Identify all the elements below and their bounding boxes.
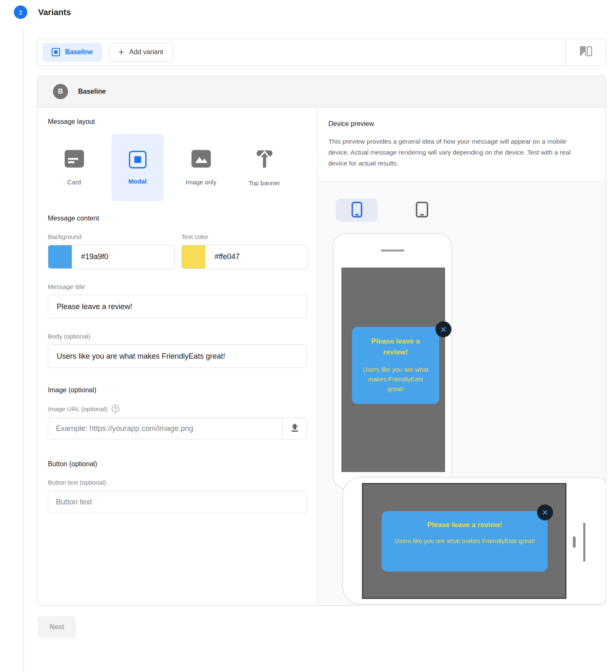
baseline-avatar: B [53, 84, 68, 99]
landscape-phone-preview: Please leave a review! Users like you ar… [342, 477, 606, 605]
portrait-phone-preview: Please leave a review! Users like you ar… [333, 233, 452, 489]
modal-layout-icon [129, 151, 147, 168]
layout-option-label: Top banner [249, 179, 280, 186]
top-banner-layout-icon [254, 149, 275, 170]
baseline-card-body: Message layout Card [37, 108, 606, 605]
layout-option-label: Modal [128, 178, 147, 185]
device-preview-header: Device preview This preview provides a g… [318, 108, 606, 182]
page-title: Variants [38, 8, 71, 17]
background-color-input[interactable] [72, 245, 174, 268]
card-layout-icon [65, 150, 84, 169]
preview-message-body: Users like you are what makes FriendlyEa… [359, 365, 432, 394]
compare-variants-button[interactable] [565, 39, 606, 65]
tab-baseline-label: Baseline [65, 48, 93, 56]
layout-option-label: Card [67, 178, 81, 186]
image-url-input[interactable] [48, 418, 282, 439]
image-section: Image (optional) Image URL (optional) ? [48, 386, 307, 439]
baseline-card-header: B Baseline [37, 76, 606, 108]
step-number-badge: 2 [14, 5, 27, 19]
preview-message-title: Please leave a review! [359, 336, 432, 358]
device-orientation-toggle [336, 199, 443, 222]
baseline-card-title: Baseline [78, 88, 106, 95]
phone-toggle-button[interactable] [336, 199, 378, 222]
image-url-label: Image URL (optional) [48, 405, 107, 412]
preview-message-body: Users like you are what makes FriendlyEa… [390, 536, 539, 546]
button-text-input[interactable] [48, 491, 307, 513]
step-connector-line [23, 29, 24, 672]
close-icon: ✕ [537, 504, 553, 520]
upload-image-button[interactable] [282, 418, 307, 439]
upload-icon [290, 423, 299, 434]
background-color-swatch[interactable] [48, 245, 72, 268]
tab-baseline[interactable]: Baseline [42, 43, 102, 62]
text-color-input[interactable] [205, 245, 308, 268]
compare-variants-icon [579, 45, 592, 59]
baseline-variant-icon [52, 48, 60, 56]
layout-option-image-only[interactable]: Image only [175, 134, 227, 201]
preview-message-title: Please leave a review! [390, 520, 539, 530]
preview-message-modal: Please leave a review! Users like you ar… [382, 511, 548, 572]
phone-side-button [583, 523, 585, 562]
variant-tabs: Baseline + Add variant [37, 43, 565, 62]
help-icon[interactable]: ? [112, 405, 119, 412]
text-color-label: Text color [181, 233, 308, 240]
message-title-label: Message title [48, 283, 307, 290]
add-variant-label: Add variant [129, 48, 163, 56]
baseline-variant-card: B Baseline Message layout [37, 76, 606, 606]
variants-step-page: 2 Variants Baseline + Add variant [0, 0, 616, 672]
background-color-field: Background [48, 233, 175, 269]
device-preview-pane: Device preview This preview provides a g… [317, 108, 606, 605]
phone-icon [351, 202, 362, 219]
preview-message-modal: Please leave a review! Users like you ar… [352, 327, 439, 404]
device-preview-description: This preview provides a general idea of … [328, 136, 580, 169]
text-color-swatch[interactable] [182, 245, 205, 268]
layout-option-top-banner[interactable]: Top banner [238, 134, 291, 201]
background-label: Background [48, 233, 175, 240]
device-preview-area: Please leave a review! Users like you ar… [318, 182, 606, 605]
tablet-toggle-button[interactable] [401, 199, 443, 222]
message-title-input[interactable] [48, 295, 307, 318]
message-content-heading: Message content [48, 215, 307, 222]
phone-side-button [573, 536, 576, 548]
button-section: Button (optional) Button text (optional) [48, 460, 307, 513]
add-variant-button[interactable]: + Add variant [109, 43, 173, 62]
layout-option-modal[interactable]: Modal [111, 134, 164, 201]
phone-speaker-bar [381, 249, 404, 252]
device-preview-heading: Device preview [328, 120, 595, 128]
color-fields: Background Text color [48, 233, 307, 269]
close-icon: ✕ [435, 321, 451, 337]
next-button[interactable]: Next [38, 616, 76, 638]
plus-icon: + [118, 47, 124, 57]
button-text-label: Button text (optional) [48, 479, 106, 486]
step-header: 2 Variants [14, 5, 71, 19]
body-input[interactable] [48, 344, 307, 368]
body-field: Body (optional) [48, 333, 307, 368]
portrait-phone-screen: Please leave a review! Users like you ar… [341, 268, 445, 472]
image-only-layout-icon [191, 150, 211, 169]
body-label: Body (optional) [48, 333, 307, 340]
message-editor-pane: Message layout Card [37, 108, 317, 605]
button-section-heading: Button (optional) [48, 460, 307, 468]
image-section-heading: Image (optional) [48, 386, 307, 394]
layout-option-card[interactable]: Card [48, 134, 100, 201]
layout-options: Card Modal Image only [48, 134, 307, 201]
message-layout-heading: Message layout [48, 118, 307, 126]
layout-option-label: Image only [186, 178, 216, 186]
message-title-field: Message title [48, 283, 307, 318]
variants-toolbar: Baseline + Add variant [37, 39, 606, 66]
tablet-icon [416, 202, 428, 219]
text-color-field: Text color [181, 233, 308, 269]
landscape-phone-screen: Please leave a review! Users like you ar… [362, 483, 566, 599]
